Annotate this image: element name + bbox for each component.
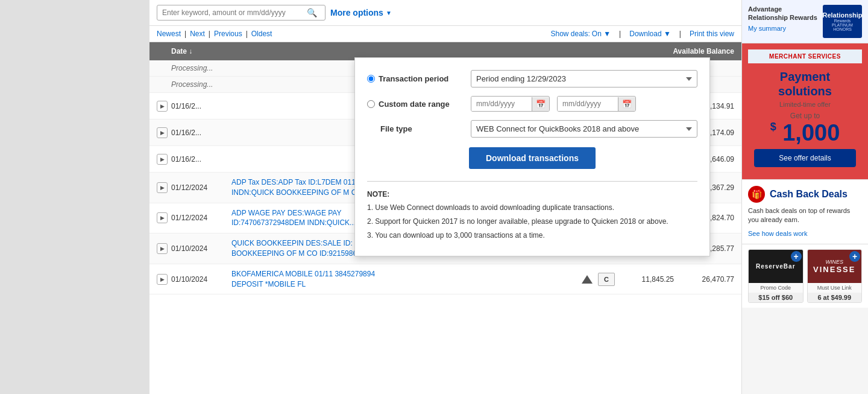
calendar-to-icon[interactable]: 📅 (618, 97, 635, 111)
ad-merchant-label: MERCHANT SERVICES (748, 49, 862, 63)
navigation-bar: Newest | Next | Previous | Oldest Show d… (149, 26, 741, 42)
th-date: Date ↓ (171, 47, 244, 56)
left-nav-panel (0, 0, 149, 394)
cashback-section: 🎁 Cash Back Deals Cash back deals on top… (742, 180, 868, 244)
row-amount: 11,845.25 (620, 275, 674, 284)
top-search-bar: 🔍 More options ▼ (149, 0, 741, 26)
download-panel: Transaction period Period ending 12/29/2… (354, 57, 710, 256)
nav-right-actions: Show deals: On ▼ | Download ▼ | Print th… (550, 30, 734, 38)
show-deals-toggle[interactable]: On ▼ (592, 30, 611, 38)
file-type-label: File type (367, 124, 464, 133)
row-date: 01/16/2... (171, 102, 231, 110)
custom-date-range-row: Custom date range 📅 📅 (367, 96, 697, 112)
deal-card-reservebar: + ReserveBar Promo Code $15 off $60 (748, 249, 804, 303)
ad-title: Payment solutions (754, 69, 856, 98)
search-input-wrap: 🔍 (157, 5, 326, 21)
badge-main: Relationship (823, 11, 863, 19)
row-expand-btn[interactable]: ▶ (157, 154, 168, 165)
show-deals-group: Show deals: On ▼ (550, 30, 611, 38)
svg-marker-9 (582, 275, 593, 284)
custom-date-radio[interactable] (367, 100, 375, 108)
row-date: 01/16/2... (171, 155, 231, 164)
ad-get-up-to: Get up to (754, 112, 856, 120)
row-category-badge[interactable]: C (598, 273, 615, 286)
more-options-label: More options (330, 8, 383, 17)
transaction-period-radio[interactable] (367, 75, 375, 83)
deal2-price: 6 at $49.99 (808, 293, 862, 302)
deal-card-vinesse: + WINES VINESSE Must Use Link 6 at $49.9… (807, 249, 863, 303)
row-date: 01/10/2024 (171, 244, 231, 253)
row-expand-btn[interactable]: ▶ (157, 243, 168, 254)
row-expand-btn[interactable]: ▶ (157, 274, 168, 285)
date-from-group: 📅 (471, 96, 550, 112)
row-icon (576, 274, 598, 285)
sep2: | (209, 30, 210, 38)
th-amount (608, 47, 668, 56)
ad-dollar-sign: $ (770, 121, 776, 133)
rewards-title: Advantage Relationship Rewards (748, 5, 818, 22)
th-available-balance: Available Balance (668, 47, 734, 56)
badge-mid: Rewards (834, 19, 851, 23)
nav-next[interactable]: Next (190, 30, 205, 38)
search-input[interactable] (162, 8, 307, 17)
vinesse-brand: VINESSE (813, 265, 855, 274)
reservebar-brand: ReserveBar (756, 263, 796, 270)
more-options-arrow: ▼ (386, 10, 392, 16)
sep1: | (184, 30, 186, 38)
cashback-icon: 🎁 (748, 186, 765, 203)
deal1-promo: Promo Code (749, 283, 803, 293)
cashback-link[interactable]: See how deals work (748, 230, 807, 237)
date-from-input[interactable] (471, 97, 532, 111)
note-2: 2. Support for Quicken 2017 is no longer… (367, 216, 697, 227)
vinesse-label: WINES (825, 259, 843, 265)
nav-previous[interactable]: Previous (214, 30, 242, 38)
row-date: 01/16/2... (171, 129, 231, 137)
row-expand-btn[interactable]: ▶ (157, 101, 168, 112)
transaction-link[interactable]: BKOFAMERICA MOBILE 01/11 3845279894 DEPO… (231, 269, 576, 290)
sep3: | (246, 30, 248, 38)
ad-bg: MERCHANT SERVICES Payment solutions Limi… (742, 43, 868, 179)
date-to-input[interactable] (558, 97, 618, 111)
row-date: 01/12/2024 (171, 214, 231, 222)
rewards-header: Advantage Relationship Rewards My summar… (748, 5, 862, 38)
rewards-summary-link[interactable]: My summary (748, 25, 818, 32)
deal-add-btn-1[interactable]: + (791, 251, 802, 262)
file-type-select[interactable]: WEB Connect for QuickBooks 2018 and abov… (471, 120, 697, 138)
panel-divider (367, 181, 697, 182)
row-expand-btn[interactable]: ▶ (157, 182, 168, 193)
note-title: NOTE: (367, 190, 697, 199)
row-date: 01/10/2024 (171, 275, 231, 284)
nav-oldest[interactable]: Oldest (251, 30, 272, 38)
right-sidebar: Advantage Relationship Rewards My summar… (741, 0, 868, 394)
date-range-inputs: 📅 📅 (471, 96, 636, 112)
deal-add-btn-2[interactable]: + (849, 251, 860, 262)
print-link[interactable]: Print this view (690, 30, 734, 38)
search-button[interactable]: 🔍 (307, 8, 317, 17)
ad-cta-button[interactable]: See offer details (754, 149, 856, 167)
download-link[interactable]: Download ▼ (629, 30, 671, 38)
ad-body: Payment solutions Limited-time offer Get… (748, 63, 862, 173)
cashback-title: Cash Back Deals (770, 189, 848, 200)
table-row: ▶ 01/10/2024 BKOFAMERICA MOBILE 01/11 38… (149, 264, 741, 295)
ad-subtitle: Limited-time offer (754, 101, 856, 108)
badge-btm: PLATINUM HONORS (825, 23, 860, 31)
deal-cards-section: + ReserveBar Promo Code $15 off $60 + WI… (742, 244, 868, 308)
deal1-price: $15 off $60 (749, 293, 803, 302)
row-expand-btn[interactable]: ▶ (157, 212, 168, 223)
more-options-button[interactable]: More options ▼ (330, 8, 392, 17)
download-transactions-button[interactable]: Download transactions (469, 147, 596, 169)
ad-amount: $ 1,000 (754, 121, 856, 144)
cashback-header: 🎁 Cash Back Deals (748, 186, 862, 203)
transaction-period-row: Transaction period Period ending 12/29/2… (367, 70, 697, 87)
rewards-badge: Relationship Rewards PLATINUM HONORS (823, 5, 862, 38)
payment-solutions-ad: MERCHANT SERVICES Payment solutions Limi… (742, 43, 868, 180)
nav-newest[interactable]: Newest (157, 30, 181, 38)
rewards-section: Advantage Relationship Rewards My summar… (742, 0, 868, 43)
row-date: 01/12/2024 (171, 183, 231, 192)
transaction-period-select[interactable]: Period ending 12/29/2023 (471, 70, 697, 87)
calendar-from-icon[interactable]: 📅 (532, 97, 549, 111)
note-1: 1. Use Web Connect downloads to avoid do… (367, 202, 697, 213)
rewards-text: Advantage Relationship Rewards My summar… (748, 5, 818, 32)
row-expand-btn[interactable]: ▶ (157, 127, 168, 138)
show-deals-label: Show deals: (550, 30, 590, 38)
